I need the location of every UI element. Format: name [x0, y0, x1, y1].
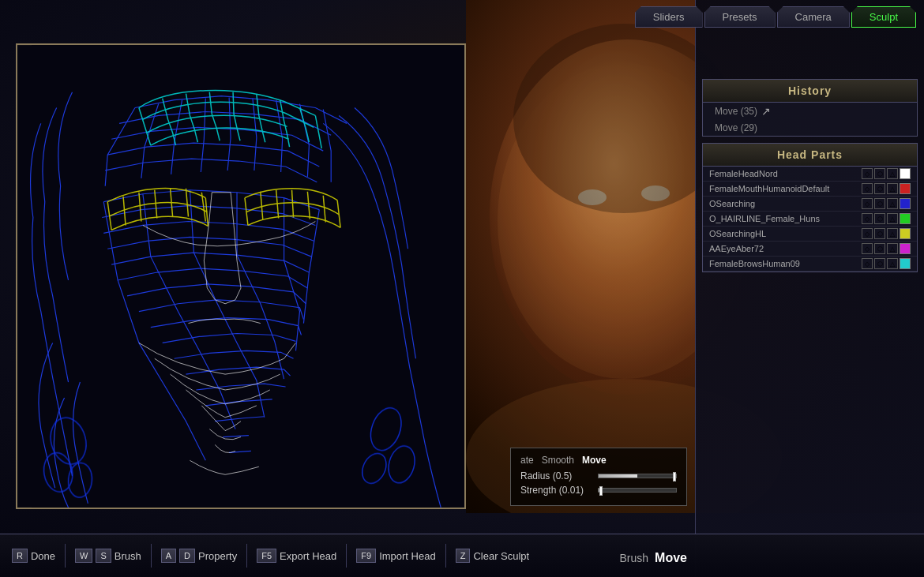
- icon-tri[interactable]: △: [887, 243, 898, 254]
- label-brush: Brush: [115, 550, 141, 562]
- icon-diamond2[interactable]: ⬡: [874, 168, 885, 179]
- icon-diamond2[interactable]: ⬡: [874, 228, 885, 239]
- icon-diamond2[interactable]: ⬡: [874, 258, 885, 269]
- brush-mode-display: Move: [655, 551, 687, 565]
- icon-diamond[interactable]: ◇: [862, 258, 873, 269]
- icon-diamond2[interactable]: ⬡: [874, 183, 885, 194]
- icon-diamond[interactable]: ◇: [862, 198, 873, 209]
- history-item-0[interactable]: Move (35) ↗: [703, 103, 917, 120]
- icon-tri[interactable]: △: [887, 228, 898, 239]
- key-f5[interactable]: F5: [257, 549, 276, 563]
- separator: [151, 544, 152, 568]
- strength-slider[interactable]: [598, 488, 677, 493]
- color-swatch[interactable]: [900, 243, 911, 254]
- color-swatch[interactable]: [900, 198, 911, 209]
- brush-controls-panel: ate Smooth Move Radius (0.5) Strength (0…: [510, 448, 687, 506]
- separator: [346, 544, 347, 568]
- key-f9[interactable]: F9: [356, 549, 376, 563]
- strength-slider-row: Strength (0.01): [520, 485, 677, 496]
- head-part-name: OSearchingHL: [709, 229, 858, 238]
- radius-fill: [599, 474, 637, 478]
- head-part-name: FemaleMouthHumanoidDefault: [709, 184, 858, 193]
- color-swatch[interactable]: [900, 228, 911, 239]
- label-done: Done: [31, 550, 55, 562]
- history-item-label: Move (35): [715, 106, 757, 117]
- head-part-name: AAEyeAber72: [709, 244, 858, 253]
- head-part-name: OSearching: [709, 199, 858, 208]
- bottom-toolbar: R Done W S Brush A D Property F5 Export …: [0, 534, 924, 577]
- color-swatch[interactable]: [900, 168, 911, 179]
- head-part-row-6[interactable]: FemaleBrowsHuman09 ◇ ⬡ △: [703, 257, 917, 272]
- brush-mode-tabs: ate Smooth Move: [520, 455, 677, 466]
- icon-diamond2[interactable]: ⬡: [874, 213, 885, 224]
- tab-sculpt[interactable]: Sculpt: [851, 6, 916, 28]
- part-icons: ◇ ⬡ △: [862, 258, 911, 269]
- radius-slider[interactable]: [598, 474, 677, 478]
- key-d[interactable]: D: [179, 549, 195, 563]
- history-title: History: [703, 80, 917, 103]
- separator: [65, 544, 66, 568]
- mode-ate[interactable]: ate: [520, 455, 534, 466]
- key-r[interactable]: R: [12, 549, 28, 563]
- part-icons: ◇ ⬡ △: [862, 228, 911, 239]
- part-icons: ◇ ⬡ △: [862, 183, 911, 194]
- brush-label: Brush: [620, 552, 649, 564]
- tab-camera[interactable]: Camera: [777, 6, 850, 28]
- strength-handle[interactable]: [599, 486, 603, 496]
- toolbar-brush: W S Brush: [75, 549, 141, 563]
- key-s[interactable]: S: [96, 549, 111, 563]
- history-item-1[interactable]: Move (29): [703, 120, 917, 136]
- top-navigation: Sliders Presets Camera Sculpt: [635, 0, 924, 28]
- wireframe-mesh: [17, 45, 464, 508]
- separator: [445, 544, 446, 568]
- head-part-row-4[interactable]: OSearchingHL ◇ ⬡ △: [703, 227, 917, 242]
- label-import: Import Head: [379, 550, 436, 562]
- part-icons: ◇ ⬡ △: [862, 198, 911, 209]
- head-part-row-2[interactable]: OSearching ◇ ⬡ △: [703, 197, 917, 212]
- icon-diamond[interactable]: ◇: [862, 183, 873, 194]
- icon-tri[interactable]: △: [887, 198, 898, 209]
- color-swatch[interactable]: [900, 183, 911, 194]
- mode-smooth[interactable]: Smooth: [542, 455, 574, 466]
- icon-diamond2[interactable]: ⬡: [874, 243, 885, 254]
- tab-presets[interactable]: Presets: [704, 6, 776, 28]
- wireframe-viewport[interactable]: [16, 43, 466, 509]
- history-arrow: ↗: [761, 105, 771, 118]
- icon-diamond[interactable]: ◇: [862, 243, 873, 254]
- toolbar-import: F9 Import Head: [356, 549, 435, 563]
- part-icons: ◇ ⬡ △: [862, 213, 911, 224]
- right-panel: History Move (35) ↗ Move (29) Head Parts…: [695, 0, 924, 577]
- head-part-name: FemaleHeadNord: [709, 169, 858, 178]
- key-z[interactable]: Z: [456, 549, 471, 563]
- head-part-row-0[interactable]: FemaleHeadNord ◇ ⬡ △: [703, 167, 917, 182]
- toolbar-done: R Done: [12, 549, 55, 563]
- head-parts-panel: Head Parts FemaleHeadNord ◇ ⬡ △ FemaleMo…: [702, 143, 918, 272]
- icon-tri[interactable]: △: [887, 258, 898, 269]
- strength-label: Strength (0.01): [520, 485, 592, 496]
- history-item-label: Move (29): [715, 122, 757, 133]
- label-clear: Clear Sculpt: [473, 550, 529, 562]
- label-export: Export Head: [280, 550, 336, 562]
- icon-diamond2[interactable]: ⬡: [874, 198, 885, 209]
- toolbar-export: F5 Export Head: [257, 549, 336, 563]
- radius-handle[interactable]: [673, 472, 676, 481]
- mode-move[interactable]: Move: [582, 455, 607, 466]
- head-part-row-3[interactable]: O_HAIRLINE_Female_Huns ◇ ⬡ △: [703, 212, 917, 227]
- icon-tri[interactable]: △: [887, 183, 898, 194]
- color-swatch[interactable]: [900, 213, 911, 224]
- icon-tri[interactable]: △: [887, 213, 898, 224]
- head-parts-title: Head Parts: [703, 144, 917, 167]
- icon-diamond[interactable]: ◇: [862, 168, 873, 179]
- toolbar-clear: Z Clear Sculpt: [456, 549, 530, 563]
- color-swatch[interactable]: [900, 258, 911, 269]
- icon-tri[interactable]: △: [887, 168, 898, 179]
- key-w[interactable]: W: [75, 549, 92, 563]
- brush-indicator: Brush Move: [620, 551, 687, 565]
- head-part-row-5[interactable]: AAEyeAber72 ◇ ⬡ △: [703, 242, 917, 257]
- tab-sliders[interactable]: Sliders: [635, 6, 703, 28]
- part-icons: ◇ ⬡ △: [862, 243, 911, 254]
- head-part-row-1[interactable]: FemaleMouthHumanoidDefault ◇ ⬡ △: [703, 182, 917, 197]
- icon-diamond[interactable]: ◇: [862, 213, 873, 224]
- key-a[interactable]: A: [161, 549, 176, 563]
- icon-diamond[interactable]: ◇: [862, 228, 873, 239]
